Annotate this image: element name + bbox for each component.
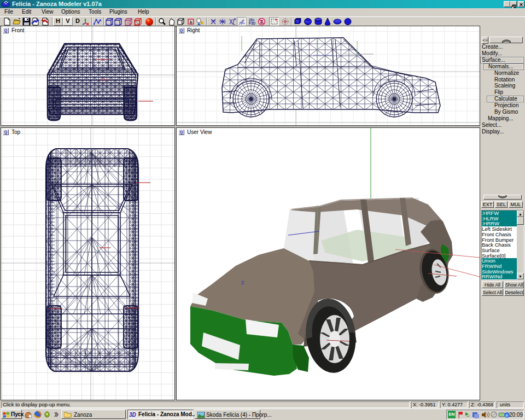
svg-text:F3D: F3D xyxy=(249,21,256,25)
svg-text:e: e xyxy=(506,413,509,418)
svg-text:Z: Z xyxy=(241,280,244,285)
svg-text:3D: 3D xyxy=(129,412,136,418)
